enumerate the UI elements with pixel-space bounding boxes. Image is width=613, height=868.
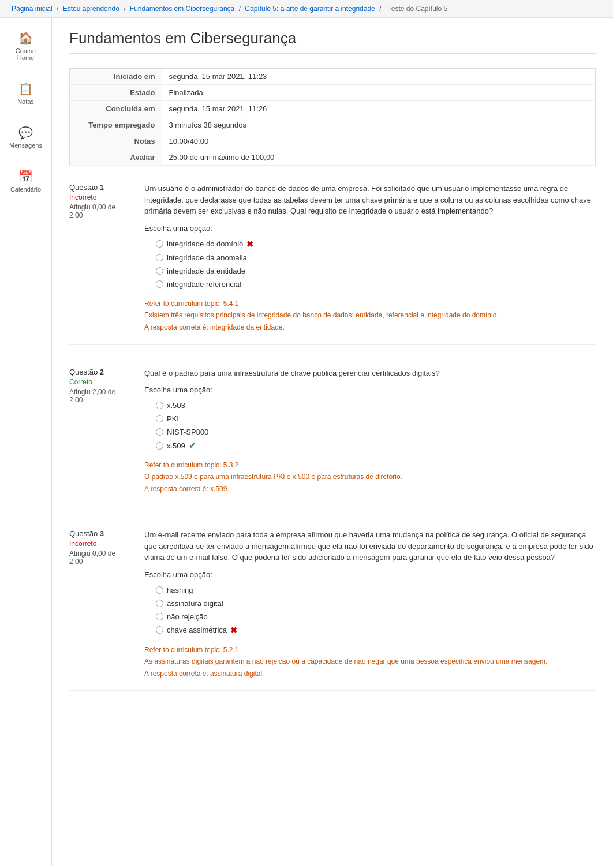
sidebar-item-course-home[interactable]: 🏠 CourseHome [0,27,51,66]
options-list-2: x.503 PKI NIST-SP800 x.509 ✔ [144,399,596,452]
question-block-1: Questão 1 Incorreto Atingiu 0,00 de2,00 … [69,183,596,345]
radio-1[interactable] [156,415,163,422]
feedback-text-1: Existem três requisitos principais de in… [144,310,596,320]
radio-0[interactable] [156,586,163,594]
choose-label-2: Escolha uma opção: [144,386,596,394]
option-text-1: assinatura digital [167,599,223,608]
radio-1[interactable] [156,254,163,261]
question-number-3: Questão 3 [69,529,136,538]
question-block-3: Questão 3 Incorreto Atingiu 0,00 de2,00 … [69,529,596,691]
option-row-2: integridade da entidade [144,264,596,278]
questions-container: Questão 1 Incorreto Atingiu 0,00 de2,00 … [69,183,596,691]
curriculum-ref-3[interactable]: Refer to curriculum topic: 5.2.1 [144,646,596,654]
summary-value: 3 minutos 38 segundos [162,117,596,133]
option-text-0: integridade do domínio [167,240,243,248]
page-title: Fundamentos em Cibersegurança [69,29,596,54]
notas-icon: 📋 [18,82,33,96]
main-content: Fundamentos em Cibersegurança Iniciado e… [52,18,613,866]
option-row-3: chave assimétrica ✖ [144,623,596,637]
sidebar-label-course-home: CourseHome [16,47,36,61]
option-row-1: assinatura digital [144,597,596,610]
option-text-2: integridade da entidade [167,267,245,275]
option-text-2: NIST-SP800 [167,428,208,436]
options-list-3: hashing assinatura digital não rejeição … [144,583,596,637]
radio-3[interactable] [156,442,163,450]
options-list-1: integridade do domínio ✖ integridade da … [144,237,596,291]
radio-1[interactable] [156,600,163,607]
feedback-text-3: As assinaturas digitais garantem a não r… [144,656,596,667]
summary-value: segunda, 15 mar 2021, 11:23 [162,69,596,85]
curriculum-ref-2[interactable]: Refer to curriculum topic: 5.3.2 [144,461,596,469]
question-body-2: Qual é o padrão para uma infraestrutura … [144,368,596,495]
wrong-mark: ✖ [230,626,237,635]
breadcrumb-estou[interactable]: Estou aprendendo [63,5,119,13]
question-body-3: Um e-mail recente enviado para toda a em… [144,529,596,679]
summary-row: Notas 10,00/40,00 [70,133,596,149]
question-score-1: Atingiu 0,00 de2,00 [69,203,136,219]
question-number-1: Questão 1 [69,183,136,192]
option-row-0: integridade do domínio ✖ [144,237,596,251]
option-row-3: x.509 ✔ [144,439,596,452]
summary-row: Concluída em segunda, 15 mar 2021, 11:26 [70,101,596,117]
option-row-0: x.503 [144,399,596,412]
home-icon: 🏠 [18,31,33,45]
option-row-2: NIST-SP800 [144,425,596,439]
option-text-3: integridade referencial [167,280,241,289]
summary-row: Tempo empregado 3 minutos 38 segundos [70,117,596,133]
calendario-icon: 📅 [18,170,33,184]
radio-2[interactable] [156,428,163,436]
option-row-2: não rejeição [144,610,596,623]
option-text-1: PKI [167,414,179,423]
sidebar-label-calendario: Calendário [10,186,41,193]
breadcrumb-current: Teste do Capítulo 5 [388,5,447,13]
correct-answer-1: A resposta correta é: integridade da ent… [144,322,596,332]
breadcrumb: Página inicial / Estou aprendendo / Fund… [0,0,613,18]
radio-2[interactable] [156,267,163,275]
radio-3[interactable] [156,280,163,288]
summary-value: segunda, 15 mar 2021, 11:26 [162,101,596,117]
radio-2[interactable] [156,613,163,620]
curriculum-ref-1[interactable]: Refer to curriculum topic: 5.4.1 [144,300,596,308]
question-status-2: Correto [69,378,136,386]
option-row-1: integridade da anomalia [144,251,596,264]
option-row-3: integridade referencial [144,278,596,291]
sidebar-label-notas: Notas [17,98,34,105]
summary-value: 25,00 de um máximo de 100,00 [162,149,596,166]
summary-row: Iniciado em segunda, 15 mar 2021, 11:23 [70,69,596,85]
radio-3[interactable] [156,626,163,634]
sidebar-item-calendario[interactable]: 📅 Calendário [0,165,51,197]
summary-table: Iniciado em segunda, 15 mar 2021, 11:23 … [69,68,596,166]
option-text-0: hashing [167,586,193,594]
choose-label-1: Escolha uma opção: [144,224,596,233]
radio-0[interactable] [156,240,163,248]
summary-row: Estado Finalizada [70,85,596,101]
radio-0[interactable] [156,402,163,409]
option-text-2: não rejeição [167,612,208,621]
mensagens-icon: 💬 [18,126,33,140]
question-meta-2: Questão 2 Correto Atingiu 2,00 de2,00 [69,368,144,495]
option-text-1: integridade da anomalia [167,253,247,262]
breadcrumb-chapter[interactable]: Capítulo 5: a arte de garantir a integri… [245,5,375,13]
question-number-2: Questão 2 [69,368,136,376]
correct-answer-2: A resposta correta é: x.509. [144,484,596,494]
question-score-2: Atingiu 2,00 de2,00 [69,388,136,404]
question-body-1: Um usuário é o administrador do banco de… [144,183,596,332]
breadcrumb-home[interactable]: Página inicial [12,5,53,13]
breadcrumb-course[interactable]: Fundamentos em Cibersegurança [130,5,234,13]
option-text-3: x.509 [167,442,185,450]
summary-label: Estado [70,85,162,101]
sidebar-item-mensagens[interactable]: 💬 Mensagens [0,121,51,154]
summary-label: Notas [70,133,162,149]
summary-label: Avaliar [70,149,162,166]
sidebar-item-notas[interactable]: 📋 Notas [0,77,51,110]
sidebar: 🏠 CourseHome 📋 Notas 💬 Mensagens 📅 Calen… [0,18,52,866]
summary-value: 10,00/40,00 [162,133,596,149]
question-score-3: Atingiu 0,00 de2,00 [69,549,136,566]
sidebar-label-mensagens: Mensagens [9,142,42,149]
option-row-0: hashing [144,583,596,597]
summary-row: Avaliar 25,00 de um máximo de 100,00 [70,149,596,166]
option-text-0: x.503 [167,401,185,410]
wrong-mark: ✖ [246,240,253,249]
correct-answer-3: A resposta correta é: assinatura digital… [144,668,596,679]
summary-value: Finalizada [162,85,596,101]
